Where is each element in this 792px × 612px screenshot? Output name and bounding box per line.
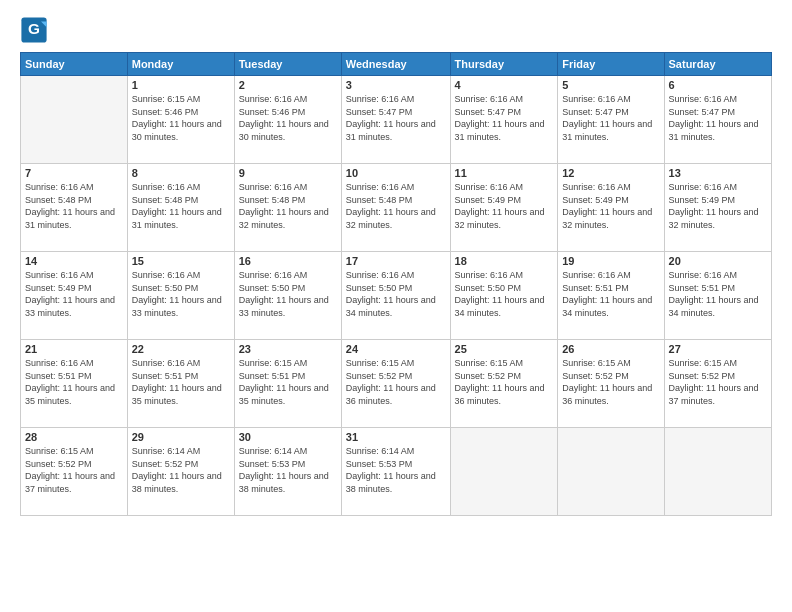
calendar-cell: 8Sunrise: 6:16 AMSunset: 5:48 PMDaylight… [127, 164, 234, 252]
weekday-header-saturday: Saturday [664, 53, 771, 76]
weekday-header-sunday: Sunday [21, 53, 128, 76]
weekday-header-wednesday: Wednesday [341, 53, 450, 76]
week-row-1: 7Sunrise: 6:16 AMSunset: 5:48 PMDaylight… [21, 164, 772, 252]
day-info: Sunrise: 6:16 AMSunset: 5:46 PMDaylight:… [239, 93, 337, 143]
day-number: 16 [239, 255, 337, 267]
header: G [20, 16, 772, 44]
calendar-cell: 25Sunrise: 6:15 AMSunset: 5:52 PMDayligh… [450, 340, 558, 428]
day-info: Sunrise: 6:15 AMSunset: 5:46 PMDaylight:… [132, 93, 230, 143]
week-row-4: 28Sunrise: 6:15 AMSunset: 5:52 PMDayligh… [21, 428, 772, 516]
day-info: Sunrise: 6:16 AMSunset: 5:51 PMDaylight:… [25, 357, 123, 407]
weekday-header-monday: Monday [127, 53, 234, 76]
calendar-cell: 18Sunrise: 6:16 AMSunset: 5:50 PMDayligh… [450, 252, 558, 340]
day-number: 1 [132, 79, 230, 91]
calendar-page: G SundayMondayTuesdayWednesdayThursdayFr… [0, 0, 792, 612]
calendar-cell [450, 428, 558, 516]
calendar-cell [558, 428, 664, 516]
day-info: Sunrise: 6:15 AMSunset: 5:52 PMDaylight:… [455, 357, 554, 407]
day-info: Sunrise: 6:16 AMSunset: 5:48 PMDaylight:… [132, 181, 230, 231]
day-number: 2 [239, 79, 337, 91]
calendar-cell: 28Sunrise: 6:15 AMSunset: 5:52 PMDayligh… [21, 428, 128, 516]
day-number: 8 [132, 167, 230, 179]
calendar-cell: 26Sunrise: 6:15 AMSunset: 5:52 PMDayligh… [558, 340, 664, 428]
logo: G [20, 16, 50, 44]
day-info: Sunrise: 6:15 AMSunset: 5:52 PMDaylight:… [346, 357, 446, 407]
day-info: Sunrise: 6:16 AMSunset: 5:47 PMDaylight:… [346, 93, 446, 143]
calendar-cell: 31Sunrise: 6:14 AMSunset: 5:53 PMDayligh… [341, 428, 450, 516]
day-number: 10 [346, 167, 446, 179]
calendar-cell: 19Sunrise: 6:16 AMSunset: 5:51 PMDayligh… [558, 252, 664, 340]
day-number: 13 [669, 167, 767, 179]
day-info: Sunrise: 6:16 AMSunset: 5:49 PMDaylight:… [25, 269, 123, 319]
calendar-cell: 30Sunrise: 6:14 AMSunset: 5:53 PMDayligh… [234, 428, 341, 516]
day-info: Sunrise: 6:16 AMSunset: 5:47 PMDaylight:… [562, 93, 659, 143]
calendar-cell [21, 76, 128, 164]
calendar-cell: 14Sunrise: 6:16 AMSunset: 5:49 PMDayligh… [21, 252, 128, 340]
day-info: Sunrise: 6:15 AMSunset: 5:52 PMDaylight:… [669, 357, 767, 407]
day-info: Sunrise: 6:14 AMSunset: 5:53 PMDaylight:… [239, 445, 337, 495]
calendar-cell: 5Sunrise: 6:16 AMSunset: 5:47 PMDaylight… [558, 76, 664, 164]
day-info: Sunrise: 6:16 AMSunset: 5:51 PMDaylight:… [669, 269, 767, 319]
calendar-cell: 9Sunrise: 6:16 AMSunset: 5:48 PMDaylight… [234, 164, 341, 252]
day-info: Sunrise: 6:16 AMSunset: 5:51 PMDaylight:… [132, 357, 230, 407]
logo-icon: G [20, 16, 48, 44]
day-info: Sunrise: 6:16 AMSunset: 5:50 PMDaylight:… [346, 269, 446, 319]
calendar-cell: 27Sunrise: 6:15 AMSunset: 5:52 PMDayligh… [664, 340, 771, 428]
day-number: 25 [455, 343, 554, 355]
day-number: 28 [25, 431, 123, 443]
calendar-cell: 12Sunrise: 6:16 AMSunset: 5:49 PMDayligh… [558, 164, 664, 252]
day-number: 9 [239, 167, 337, 179]
calendar-cell: 13Sunrise: 6:16 AMSunset: 5:49 PMDayligh… [664, 164, 771, 252]
day-number: 19 [562, 255, 659, 267]
day-number: 26 [562, 343, 659, 355]
calendar-cell: 29Sunrise: 6:14 AMSunset: 5:52 PMDayligh… [127, 428, 234, 516]
day-number: 29 [132, 431, 230, 443]
day-number: 17 [346, 255, 446, 267]
calendar-cell: 11Sunrise: 6:16 AMSunset: 5:49 PMDayligh… [450, 164, 558, 252]
calendar-cell: 10Sunrise: 6:16 AMSunset: 5:48 PMDayligh… [341, 164, 450, 252]
day-number: 15 [132, 255, 230, 267]
day-number: 11 [455, 167, 554, 179]
day-number: 4 [455, 79, 554, 91]
day-info: Sunrise: 6:16 AMSunset: 5:51 PMDaylight:… [562, 269, 659, 319]
calendar-cell [664, 428, 771, 516]
day-number: 23 [239, 343, 337, 355]
day-info: Sunrise: 6:16 AMSunset: 5:49 PMDaylight:… [669, 181, 767, 231]
calendar-cell: 17Sunrise: 6:16 AMSunset: 5:50 PMDayligh… [341, 252, 450, 340]
calendar-cell: 23Sunrise: 6:15 AMSunset: 5:51 PMDayligh… [234, 340, 341, 428]
calendar-cell: 20Sunrise: 6:16 AMSunset: 5:51 PMDayligh… [664, 252, 771, 340]
day-info: Sunrise: 6:16 AMSunset: 5:48 PMDaylight:… [346, 181, 446, 231]
day-info: Sunrise: 6:16 AMSunset: 5:48 PMDaylight:… [239, 181, 337, 231]
svg-text:G: G [28, 20, 40, 37]
calendar-cell: 4Sunrise: 6:16 AMSunset: 5:47 PMDaylight… [450, 76, 558, 164]
week-row-2: 14Sunrise: 6:16 AMSunset: 5:49 PMDayligh… [21, 252, 772, 340]
calendar-cell: 24Sunrise: 6:15 AMSunset: 5:52 PMDayligh… [341, 340, 450, 428]
weekday-header-tuesday: Tuesday [234, 53, 341, 76]
day-number: 20 [669, 255, 767, 267]
day-info: Sunrise: 6:16 AMSunset: 5:49 PMDaylight:… [455, 181, 554, 231]
day-number: 7 [25, 167, 123, 179]
day-info: Sunrise: 6:16 AMSunset: 5:50 PMDaylight:… [239, 269, 337, 319]
day-number: 18 [455, 255, 554, 267]
day-info: Sunrise: 6:14 AMSunset: 5:53 PMDaylight:… [346, 445, 446, 495]
day-info: Sunrise: 6:14 AMSunset: 5:52 PMDaylight:… [132, 445, 230, 495]
day-number: 14 [25, 255, 123, 267]
day-info: Sunrise: 6:16 AMSunset: 5:48 PMDaylight:… [25, 181, 123, 231]
day-number: 5 [562, 79, 659, 91]
calendar-cell: 16Sunrise: 6:16 AMSunset: 5:50 PMDayligh… [234, 252, 341, 340]
weekday-header-row: SundayMondayTuesdayWednesdayThursdayFrid… [21, 53, 772, 76]
calendar-cell: 15Sunrise: 6:16 AMSunset: 5:50 PMDayligh… [127, 252, 234, 340]
day-info: Sunrise: 6:15 AMSunset: 5:51 PMDaylight:… [239, 357, 337, 407]
weekday-header-friday: Friday [558, 53, 664, 76]
day-info: Sunrise: 6:16 AMSunset: 5:50 PMDaylight:… [132, 269, 230, 319]
day-number: 3 [346, 79, 446, 91]
calendar-cell: 7Sunrise: 6:16 AMSunset: 5:48 PMDaylight… [21, 164, 128, 252]
calendar-table: SundayMondayTuesdayWednesdayThursdayFrid… [20, 52, 772, 516]
day-info: Sunrise: 6:15 AMSunset: 5:52 PMDaylight:… [25, 445, 123, 495]
day-number: 22 [132, 343, 230, 355]
day-info: Sunrise: 6:16 AMSunset: 5:47 PMDaylight:… [669, 93, 767, 143]
day-number: 27 [669, 343, 767, 355]
calendar-cell: 22Sunrise: 6:16 AMSunset: 5:51 PMDayligh… [127, 340, 234, 428]
day-number: 6 [669, 79, 767, 91]
day-info: Sunrise: 6:16 AMSunset: 5:47 PMDaylight:… [455, 93, 554, 143]
